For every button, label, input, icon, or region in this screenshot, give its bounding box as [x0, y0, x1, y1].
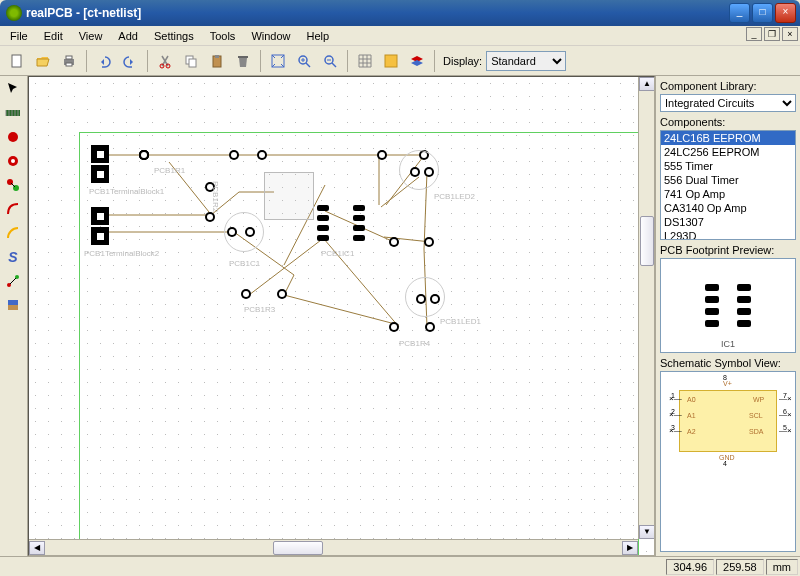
ic-pad[interactable]	[353, 225, 365, 231]
dimension-tool[interactable]	[2, 270, 24, 292]
terminal-pad[interactable]	[91, 165, 109, 183]
terminal-pad[interactable]	[91, 207, 109, 225]
scroll-down-button[interactable]: ▼	[639, 525, 655, 539]
menu-tools[interactable]: Tools	[202, 28, 244, 44]
component-label: PCB1TerminalBlock2	[84, 249, 159, 258]
minimize-button[interactable]: _	[729, 3, 750, 23]
library-select[interactable]: Integrated Circuits	[660, 94, 796, 112]
terminal-pad[interactable]	[91, 227, 109, 245]
scroll-left-button[interactable]: ◀	[29, 541, 45, 555]
menu-add[interactable]: Add	[110, 28, 146, 44]
scroll-right-button[interactable]: ▶	[622, 541, 638, 555]
menu-file[interactable]: File	[2, 28, 36, 44]
pad[interactable]	[389, 237, 399, 247]
pad[interactable]	[416, 294, 426, 304]
component-list-item[interactable]: 741 Op Amp	[661, 187, 795, 201]
pad[interactable]	[277, 289, 287, 299]
library-panel: Component Library: Integrated Circuits C…	[655, 76, 800, 556]
zoom-in-button[interactable]	[292, 49, 316, 73]
pad[interactable]	[424, 237, 434, 247]
fill-tool[interactable]	[2, 294, 24, 316]
components-label: Components:	[660, 116, 796, 128]
pad[interactable]	[257, 150, 267, 160]
delete-button[interactable]	[231, 49, 255, 73]
ic-pad[interactable]	[353, 215, 365, 221]
undo-button[interactable]	[92, 49, 116, 73]
ic-pad[interactable]	[317, 205, 329, 211]
component-label: PCB1IC1	[321, 249, 354, 258]
horizontal-scrollbar[interactable]: ◀ ▶	[29, 539, 638, 555]
pad[interactable]	[377, 150, 387, 160]
svg-rect-10	[238, 56, 248, 58]
pad[interactable]	[424, 167, 434, 177]
ic-outline[interactable]	[264, 172, 314, 220]
component-list-item[interactable]: CA3140 Op Amp	[661, 201, 795, 215]
ic-pad[interactable]	[353, 235, 365, 241]
zoom-out-button[interactable]	[318, 49, 342, 73]
new-button[interactable]	[5, 49, 29, 73]
ic-pad[interactable]	[317, 225, 329, 231]
doc-restore-button[interactable]: ❐	[764, 27, 780, 41]
doc-close-button[interactable]: ×	[782, 27, 798, 41]
copy-button[interactable]	[179, 49, 203, 73]
pad[interactable]	[241, 289, 251, 299]
ic-pad[interactable]	[353, 205, 365, 211]
select-tool[interactable]	[2, 78, 24, 100]
canvas-area[interactable]: PCB1TerminalBlock1 PCB1TerminalBlock2 PC…	[28, 76, 655, 556]
menu-edit[interactable]: Edit	[36, 28, 71, 44]
menu-view[interactable]: View	[71, 28, 111, 44]
workspace: S	[0, 76, 800, 556]
redo-button[interactable]	[118, 49, 142, 73]
scroll-up-button[interactable]: ▲	[639, 77, 655, 91]
component-list-item[interactable]: 24LC16B EEPROM	[661, 131, 795, 145]
layers-button[interactable]	[405, 49, 429, 73]
pad[interactable]	[229, 150, 239, 160]
pad[interactable]	[425, 322, 435, 332]
close-button[interactable]: ×	[775, 3, 796, 23]
scroll-thumb[interactable]	[273, 541, 323, 555]
pad[interactable]	[389, 322, 399, 332]
pcb-canvas[interactable]: PCB1TerminalBlock1 PCB1TerminalBlock2 PC…	[29, 77, 654, 555]
text-tool[interactable]: S	[2, 246, 24, 268]
pad[interactable]	[139, 150, 149, 160]
component-list-item[interactable]: DS1307	[661, 215, 795, 229]
pad-hole-tool[interactable]	[2, 150, 24, 172]
svg-rect-9	[215, 55, 219, 58]
pad-filled-tool[interactable]	[2, 126, 24, 148]
paste-button[interactable]	[205, 49, 229, 73]
menu-settings[interactable]: Settings	[146, 28, 202, 44]
menu-window[interactable]: Window	[243, 28, 298, 44]
ic-pad[interactable]	[317, 235, 329, 241]
pad[interactable]	[430, 294, 440, 304]
zoom-fit-button[interactable]	[266, 49, 290, 73]
component-list-item[interactable]: 555 Timer	[661, 159, 795, 173]
doc-minimize-button[interactable]: _	[746, 27, 762, 41]
menu-help[interactable]: Help	[299, 28, 338, 44]
component-list-item[interactable]: 24LC256 EEPROM	[661, 145, 795, 159]
display-select[interactable]: Standard	[486, 51, 566, 71]
component-list-item[interactable]: 556 Dual Timer	[661, 173, 795, 187]
via-tool[interactable]	[2, 174, 24, 196]
arc-tool[interactable]	[2, 222, 24, 244]
print-button[interactable]	[57, 49, 81, 73]
open-button[interactable]	[31, 49, 55, 73]
component-label: PCB1R2	[211, 181, 220, 212]
scroll-thumb[interactable]	[640, 216, 654, 266]
status-units: mm	[766, 559, 798, 575]
snap-button[interactable]	[379, 49, 403, 73]
component-list-item[interactable]: L293D	[661, 229, 795, 240]
terminal-pad[interactable]	[91, 145, 109, 163]
ic-pads[interactable]	[317, 205, 365, 241]
maximize-button[interactable]: □	[752, 3, 773, 23]
svg-rect-0	[12, 55, 21, 67]
components-listbox[interactable]: 24LC16B EEPROM24LC256 EEPROM555 Timer556…	[660, 130, 796, 240]
pad[interactable]	[205, 212, 215, 222]
vertical-scrollbar[interactable]: ▲ ▼	[638, 77, 654, 539]
route-tool[interactable]	[2, 198, 24, 220]
package-tool[interactable]	[2, 102, 24, 124]
pad[interactable]	[410, 167, 420, 177]
ic-pad[interactable]	[317, 215, 329, 221]
cut-button[interactable]	[153, 49, 177, 73]
status-bar: 304.96 259.58 mm	[0, 556, 800, 576]
grid-button[interactable]	[353, 49, 377, 73]
